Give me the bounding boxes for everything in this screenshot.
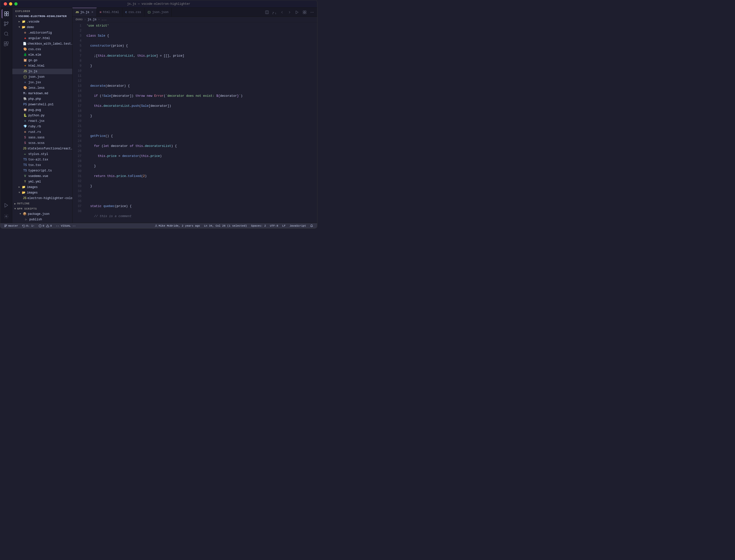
status-sync[interactable]: 0↓ 1↑ <box>20 223 37 228</box>
status-spaces[interactable]: Spaces: 2 <box>249 223 268 228</box>
sidebar-item-tsx-alt[interactable]: TS tsx-alt.tsx <box>12 157 72 162</box>
more-actions-icon[interactable] <box>309 9 316 16</box>
author-label: Mike McBride, 2 years ago <box>159 224 200 227</box>
sidebar-item-vue[interactable]: V vuedemo.vue <box>12 173 72 179</box>
sidebar-item-checkbox[interactable]: 📄 checkbox_with_label.test.js <box>12 41 72 47</box>
line-numbers: 12345 678910 1112131415 1617181920 21222… <box>72 22 84 223</box>
minimize-button[interactable] <box>9 2 12 6</box>
line-ending-label: LF <box>282 224 286 227</box>
editor-toolbar <box>262 8 317 17</box>
tab-jsjs-close[interactable]: × <box>91 10 93 14</box>
sidebar-item-ruby[interactable]: 💎 ruby.rb <box>12 124 72 129</box>
sidebar-item-vscode[interactable]: ▶ 📁 .vscode <box>12 19 72 25</box>
sidebar-item-sass[interactable]: S sass.sass <box>12 135 72 140</box>
sidebar-item-php[interactable]: 🐘 php.php <box>12 96 72 102</box>
svg-marker-15 <box>296 11 298 14</box>
sidebar-item-tsx[interactable]: TS tsx.tsx <box>12 162 72 168</box>
code-content[interactable]: 'use strict' class Sale { constructor(pr… <box>84 22 317 223</box>
run-code-icon[interactable] <box>294 9 301 16</box>
sidebar-item-rust[interactable]: ⚙ rust.rs <box>12 129 72 135</box>
split-editor-icon[interactable] <box>263 9 270 16</box>
sidebar-item-powershell[interactable]: PS powershell.ps1 <box>12 102 72 107</box>
npm-script-label: publish <box>29 217 42 222</box>
status-visual-mode[interactable]: -- VISUAL -- <box>54 223 78 228</box>
sidebar-item-jsjs[interactable]: JS js.js <box>12 69 72 74</box>
tab-html[interactable]: H html.html <box>97 8 122 17</box>
status-errors[interactable]: 0 0 <box>37 223 54 228</box>
tabs-list: JS js.js × H html.html C css.css {} jso <box>72 8 262 17</box>
sidebar-item-yml[interactable]: Y yml.yml <box>12 179 72 184</box>
sidebar-item-typescript[interactable]: TS typescript.ts <box>12 168 72 173</box>
svg-rect-9 <box>6 42 8 44</box>
next-change-icon[interactable] <box>286 9 293 16</box>
breadcrumb-demo[interactable]: demo <box>75 18 83 21</box>
status-bell[interactable] <box>308 223 315 228</box>
svg-rect-18 <box>303 12 304 14</box>
svg-point-23 <box>5 225 6 225</box>
sidebar-item-react[interactable]: ⚛ react.jsx <box>12 118 72 124</box>
person-icon <box>155 224 158 227</box>
tab-jsjs[interactable]: JS js.js × <box>72 8 97 17</box>
tab-json[interactable]: {} json.json <box>144 8 172 17</box>
outline-section[interactable]: ▶ OUTLINE <box>12 201 72 206</box>
status-line-ending[interactable]: LF <box>280 223 288 228</box>
explorer-icon[interactable] <box>2 9 11 18</box>
sidebar-item-images[interactable]: ▶ 📁 images <box>12 184 72 190</box>
sidebar-item-python[interactable]: 🐍 python.py <box>12 113 72 118</box>
sidebar-item-demo[interactable]: ▼ 📂 demo <box>12 25 72 30</box>
close-button[interactable] <box>4 2 7 6</box>
sidebar-item-editorconfig[interactable]: ⚙ .editorconfig <box>12 30 72 36</box>
language-label: JavaScript <box>290 224 306 227</box>
sidebar-item-json[interactable]: {} json.json <box>12 74 72 80</box>
sidebar-item-pug[interactable]: 🐶 pug.pug <box>12 107 72 113</box>
status-language[interactable]: JavaScript <box>288 223 308 228</box>
status-encoding[interactable]: UTF-8 <box>268 223 280 228</box>
npm-scripts-label: NPM SCRIPTS <box>17 207 37 210</box>
sidebar-item-angular[interactable]: 🔺 angular.html <box>12 36 72 41</box>
sync-icon <box>22 224 25 227</box>
branch-icon <box>4 224 7 227</box>
source-control-icon[interactable] <box>2 19 11 28</box>
sidebar-item-publish[interactable]: ▷ publish <box>12 217 72 222</box>
breadcrumb-file[interactable]: js.js <box>87 18 97 21</box>
search-icon[interactable] <box>2 29 11 38</box>
status-author[interactable]: Mike McBride, 2 years ago <box>153 223 202 228</box>
svg-point-4 <box>4 22 6 23</box>
maximize-button[interactable] <box>14 2 18 6</box>
visual-mode-label: -- VISUAL -- <box>56 224 76 227</box>
sidebar-item-html[interactable]: 🔸 html.html <box>12 63 72 69</box>
window-title: js.js — vscode-electron-highlighter <box>127 2 190 6</box>
run-icon[interactable] <box>2 201 11 210</box>
sidebar-item-less[interactable]: 🎨 less.less <box>12 85 72 91</box>
sidebar-item-stylus[interactable]: ✏ stylus.styl <box>12 151 72 157</box>
npm-scripts-section[interactable]: ▼ NPM SCRIPTS <box>12 206 72 211</box>
code-editor[interactable]: 12345 678910 1112131415 1617181920 21222… <box>72 22 317 223</box>
layout-icon[interactable] <box>301 9 308 16</box>
settings-icon[interactable] <box>2 212 11 221</box>
sidebar-item-go[interactable]: 🐹 go.go <box>12 58 72 63</box>
svg-rect-2 <box>4 14 6 16</box>
sidebar-item-jsx[interactable]: ⚛ jsx.jsx <box>12 80 72 85</box>
status-cursor[interactable]: Ln 34, Col 26 (1 selected) <box>202 223 249 228</box>
extensions-icon[interactable] <box>2 39 11 48</box>
sidebar-item-stateless[interactable]: JS statelessfunctionalreact.js <box>12 146 72 151</box>
explorer-title: EXPLORER <box>12 8 72 14</box>
tab-css[interactable]: C css.css <box>122 8 144 17</box>
sidebar-item-themes[interactable]: ▼ 📂 images <box>12 190 72 196</box>
prev-change-icon[interactable] <box>279 9 286 16</box>
warning-count: 0 <box>50 224 52 227</box>
svg-point-22 <box>313 12 314 13</box>
breadcrumb-symbol[interactable]: ... <box>101 18 107 21</box>
svg-rect-3 <box>7 14 8 16</box>
undo-icon[interactable] <box>271 9 278 16</box>
status-branch[interactable]: master <box>2 223 20 228</box>
sidebar-item-elm[interactable]: 🌲 elm.elm <box>12 52 72 58</box>
sidebar-item-css[interactable]: 🎨 css.css <box>12 47 72 52</box>
sidebar-item-scss[interactable]: S scss.scss <box>12 140 72 146</box>
sidebar-item-package-json[interactable]: ▼ 📦 package.json <box>12 211 72 217</box>
sync-count: 0↓ 1↑ <box>26 224 35 227</box>
activity-bar <box>0 8 12 223</box>
sidebar-item-theme-file[interactable]: JS electron-highlighter-color-theme.j <box>12 196 72 201</box>
sidebar-item-markdown[interactable]: M↓ markdown.md <box>12 91 72 96</box>
root-folder[interactable]: ▼ VSCODE-ELECTRON-HIGHLIGHTER <box>12 14 72 19</box>
